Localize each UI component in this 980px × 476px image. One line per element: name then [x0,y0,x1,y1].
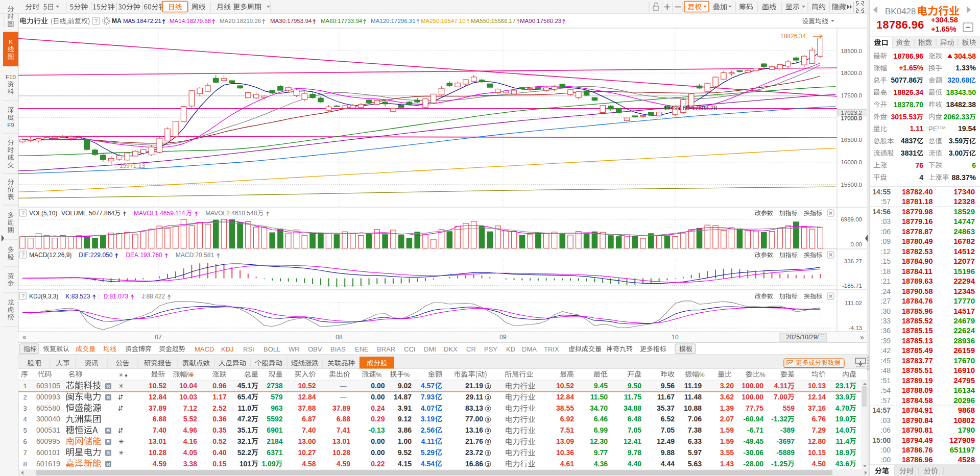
svg-text:37.89: 37.89 [149,404,166,412]
svg-text:MA5:18472.21: MA5:18472.21 [123,18,161,24]
svg-text:7.40: 7.40 [302,426,316,434]
svg-text:MA14:18279.58: MA14:18279.58 [170,18,211,24]
svg-text:7: 7 [23,449,27,457]
svg-text::45: :45 [881,357,891,365]
svg-text:1.43: 1.43 [720,460,734,468]
svg-text:3.38: 3.38 [183,460,197,468]
svg-text:21.19: 21.19 [465,382,483,390]
svg-text:-0.13: -0.13 [369,426,385,434]
svg-text:PE: PE [928,125,938,133]
svg-text:18785.13: 18785.13 [902,337,933,345]
svg-text:1.59: 1.59 [720,426,734,434]
svg-text:12328: 12328 [953,197,975,206]
svg-text:-6.71: -6.71 [747,426,763,434]
svg-text:MA90:17560.23: MA90:17560.23 [520,18,561,24]
svg-text:18784.91: 18784.91 [902,406,933,414]
svg-text:15500.0: 15500.0 [841,182,862,188]
svg-text:R: R [107,394,110,400]
svg-text:605580: 605580 [36,404,60,412]
svg-text:10.15: 10.15 [808,448,826,457]
svg-text:17770: 17770 [953,296,975,305]
svg-text:9868: 9868 [958,406,975,414]
svg-text:4.61: 4.61 [560,460,574,468]
svg-text:18785.96: 18785.96 [902,307,933,315]
svg-text:12.84: 12.84 [298,393,316,401]
svg-text:←15971.13: ←15971.13 [113,162,145,169]
svg-text:20296: 20296 [953,396,975,405]
svg-text:18000.0: 18000.0 [841,70,862,76]
svg-text:65.4: 65.4 [237,393,251,401]
svg-text:7.12: 7.12 [183,404,197,412]
svg-text::27: :27 [881,297,891,305]
svg-text:7.38: 7.38 [688,426,702,434]
svg-text:32.1: 32.1 [237,437,251,445]
svg-text:1790: 1790 [958,425,975,434]
svg-text:1.59: 1.59 [720,437,734,445]
svg-text::51: :51 [881,377,891,385]
svg-text:6.87: 6.87 [302,415,316,423]
svg-text:83.13: 83.13 [465,404,483,412]
svg-text:18778.87: 18778.87 [902,228,933,236]
svg-text:5.63: 5.63 [688,460,702,468]
svg-text:18500.0: 18500.0 [841,48,862,54]
svg-text:37.16: 37.16 [808,404,826,412]
svg-text:100.00: 100.00 [742,393,763,401]
svg-text:5: 5 [23,427,27,434]
svg-text:BIAS: BIAS [330,345,346,353]
svg-text:18826.34: 18826.34 [894,88,924,96]
svg-text:%: % [376,371,382,379]
svg-text:9.02: 9.02 [398,382,412,390]
svg-text:F9: F9 [7,122,14,128]
svg-text:17340: 17340 [953,187,975,196]
svg-text:3: 3 [487,428,489,433]
svg-text:DIF:229.050: DIF:229.050 [79,252,112,259]
svg-text:29.11: 29.11 [466,393,483,401]
svg-text:3.55: 3.55 [720,448,734,457]
svg-text:7.29: 7.29 [812,426,826,434]
svg-text:15196: 15196 [953,267,975,275]
svg-text:%: % [760,371,766,379]
svg-text:4.44: 4.44 [661,460,675,468]
svg-text:600995: 600995 [36,437,60,445]
svg-text:35.37: 35.37 [657,404,675,412]
svg-text:0.15: 0.15 [212,460,226,468]
svg-text:6.88: 6.88 [337,415,350,423]
svg-text:9.50: 9.50 [628,382,641,390]
svg-text:K: K [9,39,13,45]
svg-text:DMI: DMI [424,345,436,353]
svg-text:4528: 4528 [958,455,975,464]
svg-text:3: 3 [23,405,27,412]
svg-text:18794.49: 18794.49 [902,436,933,444]
svg-text:-30.06: -30.06 [743,448,763,457]
svg-text:2.07: 2.07 [720,415,734,423]
svg-text::06: :06 [881,228,891,236]
svg-text:D:81.073: D:81.073 [103,293,128,300]
svg-text:18784.11: 18784.11 [902,267,933,275]
svg-text:6.99: 6.99 [594,426,608,434]
svg-text:19.0: 19.0 [835,415,849,423]
svg-text:18790.58: 18790.58 [902,287,933,295]
svg-text:336.27: 336.27 [844,258,862,264]
svg-text:MAVOL1:4659.114: MAVOL1:4659.114 [134,210,185,217]
svg-text:14.87: 14.87 [394,393,412,401]
svg-text:7.40: 7.40 [153,426,166,434]
svg-text:MA: MA [112,17,122,24]
svg-text:16782: 16782 [953,237,975,245]
svg-text::42: :42 [881,346,891,355]
svg-text:6.92: 6.92 [560,415,574,423]
svg-text:10.88: 10.88 [684,404,702,412]
svg-text:9.12: 9.12 [398,415,412,423]
svg-text:2062.33: 2062.33 [943,113,969,121]
svg-text:11.48: 11.48 [684,393,702,401]
svg-text:MACD: MACD [195,345,214,353]
svg-text:4.59: 4.59 [153,460,166,468]
svg-text:?: ? [94,18,98,24]
svg-text:18781.18: 18781.18 [902,197,933,206]
svg-text:559: 559 [783,404,795,412]
svg-text:76: 76 [915,161,923,169]
svg-text:34.70: 34.70 [590,404,608,412]
svg-text:101: 101 [240,460,252,468]
svg-text:18779.98: 18779.98 [902,208,933,216]
svg-text::00: :00 [881,446,891,454]
svg-text:12.49: 12.49 [657,437,675,445]
